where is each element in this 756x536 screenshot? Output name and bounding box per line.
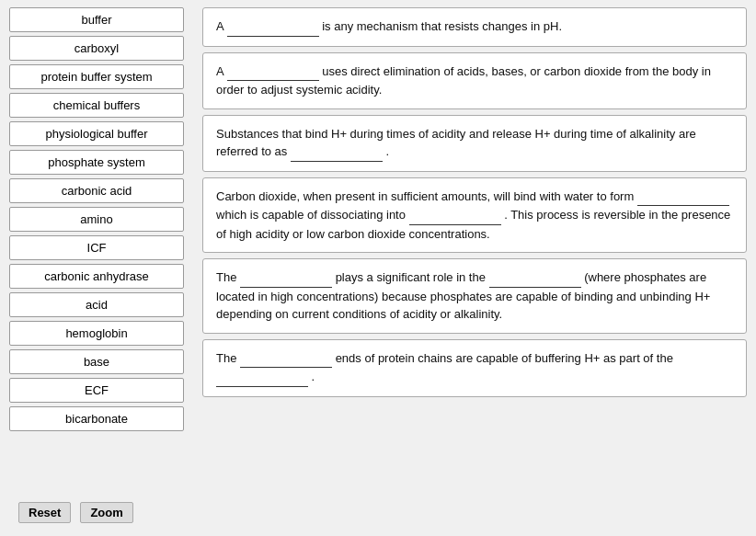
answer-blank[interactable] (240, 349, 332, 369)
word-item-ecf[interactable]: ECF (9, 378, 184, 403)
answer-blank[interactable] (291, 143, 383, 162)
word-item-protein-buffer-system[interactable]: protein buffer system (9, 64, 184, 89)
word-bank: buffercarboxylprotein buffer systemchemi… (0, 0, 193, 536)
word-item-phosphate-system[interactable]: phosphate system (9, 150, 184, 175)
question-2: A uses direct elimination of acids, base… (202, 52, 747, 109)
word-item-chemical-buffers[interactable]: chemical buffers (9, 93, 184, 118)
answer-blank[interactable] (227, 17, 319, 37)
zoom-button[interactable]: Zoom (80, 502, 132, 523)
question-3: Substances that bind H+ during times of … (202, 115, 747, 172)
answer-blank[interactable] (409, 206, 501, 225)
question-6: The ends of protein chains are capable o… (202, 339, 747, 397)
question-5: The plays a significant role in the (whe… (202, 258, 747, 334)
word-item-buffer[interactable]: buffer (9, 7, 184, 32)
bottom-bar: ResetZoom (9, 496, 193, 529)
word-item-bicarbonate[interactable]: bicarbonate (9, 406, 184, 431)
word-item-physiological-buffer[interactable]: physiological buffer (9, 121, 184, 146)
word-item-carbonic-acid[interactable]: carbonic acid (9, 178, 184, 203)
answer-blank[interactable] (637, 188, 729, 207)
questions-area: A is any mechanism that resists changes … (193, 0, 756, 536)
word-item-carbonic-anhydrase[interactable]: carbonic anhydrase (9, 264, 184, 289)
word-item-acid[interactable]: acid (9, 292, 184, 317)
answer-blank[interactable] (240, 268, 332, 288)
question-1: A is any mechanism that resists changes … (202, 7, 747, 47)
word-item-hemoglobin[interactable]: hemoglobin (9, 321, 184, 346)
question-4: Carbon dioxide, when present in sufficie… (202, 177, 747, 254)
answer-blank[interactable] (489, 268, 581, 288)
answer-blank[interactable] (227, 63, 319, 82)
word-item-amino[interactable]: amino (9, 207, 184, 232)
answer-blank[interactable] (216, 368, 308, 387)
word-item-icf[interactable]: ICF (9, 235, 184, 260)
word-item-base[interactable]: base (9, 349, 184, 374)
word-item-carboxyl[interactable]: carboxyl (9, 36, 184, 61)
reset-button[interactable]: Reset (18, 502, 71, 523)
